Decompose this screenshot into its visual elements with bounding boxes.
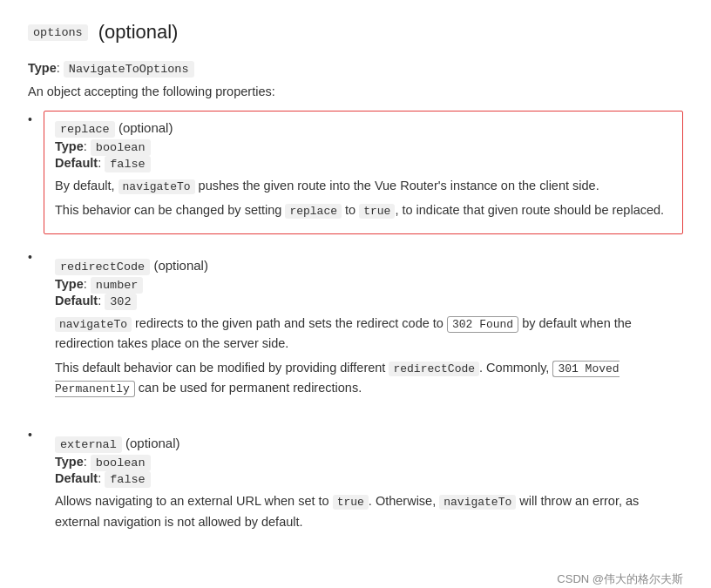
bullet-icon: • — [28, 250, 44, 264]
prop-default-line: Default: 302 — [55, 294, 672, 308]
prop-description: navigateTo redirects to the given path a… — [55, 314, 672, 400]
type-value: NavigateToOptions — [64, 61, 194, 78]
inline-code: true — [333, 495, 369, 510]
prop-name: external — [55, 436, 122, 453]
prop-desc-line: Allows navigating to an external URL whe… — [55, 491, 672, 532]
inline-code: navigateTo — [439, 495, 516, 510]
prop-name-line: external (optional) — [55, 436, 672, 451]
type-value: boolean — [91, 455, 151, 471]
description-intro: An object accepting the following proper… — [28, 84, 683, 98]
prop-name: redirectCode — [55, 259, 150, 275]
prop-optional: (optional) — [125, 436, 180, 450]
param-optional: (optional) — [98, 21, 179, 44]
default-label: Default — [55, 294, 98, 308]
prop-name-line: redirectCode (optional) — [55, 258, 672, 274]
type-label: Type — [28, 61, 57, 75]
property-content-redirectCode: redirectCode (optional)Type: numberDefau… — [44, 248, 683, 413]
footer: CSDN @伟大的格尔夫斯 — [28, 571, 683, 587]
prop-desc-line: navigateTo redirects to the given path a… — [55, 314, 672, 355]
inline-code: navigateTo — [118, 179, 195, 194]
param-code: options — [28, 24, 88, 41]
bullet-icon: • — [28, 428, 44, 442]
properties-list: •replace (optional)Type: booleanDefault:… — [28, 111, 683, 545]
inline-code: redirectCode — [389, 362, 479, 376]
property-item: •external (optional)Type: booleanDefault… — [28, 426, 683, 545]
type-value: number — [91, 277, 144, 294]
prop-name: replace — [55, 121, 115, 138]
prop-optional: (optional) — [153, 258, 208, 273]
page-header: options (optional) — [28, 21, 683, 44]
prop-type-line: Type: boolean — [55, 139, 672, 154]
default-label: Default — [55, 156, 98, 170]
type-line: Type: NavigateToOptions — [28, 61, 683, 76]
prop-desc-line: By default, navigateTo pushes the given … — [55, 176, 672, 197]
default-value: false — [105, 471, 151, 488]
prop-default-line: Default: false — [55, 156, 672, 171]
prop-type-line: Type: number — [55, 277, 672, 292]
property-item: •redirectCode (optional)Type: numberDefa… — [28, 248, 683, 413]
default-label: Default — [55, 471, 98, 485]
prop-description: By default, navigateTo pushes the given … — [55, 176, 672, 221]
prop-type-line: Type: boolean — [55, 455, 672, 470]
property-content-replace: replace (optional)Type: booleanDefault: … — [44, 111, 683, 234]
type-label: Type — [55, 139, 84, 153]
prop-name-line: replace (optional) — [55, 120, 672, 136]
default-value: false — [105, 156, 151, 172]
property-item: •replace (optional)Type: booleanDefault:… — [28, 111, 683, 234]
inline-code: navigateTo — [55, 317, 132, 332]
bullet-icon: • — [28, 112, 44, 126]
prop-description: Allows navigating to an external URL whe… — [55, 491, 672, 532]
inline-code: true — [359, 204, 395, 219]
property-content-external: external (optional)Type: booleanDefault:… — [44, 426, 683, 545]
prop-desc-line: This behavior can be changed by setting … — [55, 200, 672, 221]
type-label: Type — [55, 277, 84, 291]
inline-code: replace — [285, 204, 342, 219]
prop-optional: (optional) — [118, 120, 173, 135]
prop-desc-line: This default behavior can be modified by… — [55, 358, 672, 400]
type-label: Type — [55, 455, 84, 469]
default-value: 302 — [105, 294, 136, 310]
type-value: boolean — [91, 139, 151, 156]
prop-default-line: Default: false — [55, 471, 672, 486]
